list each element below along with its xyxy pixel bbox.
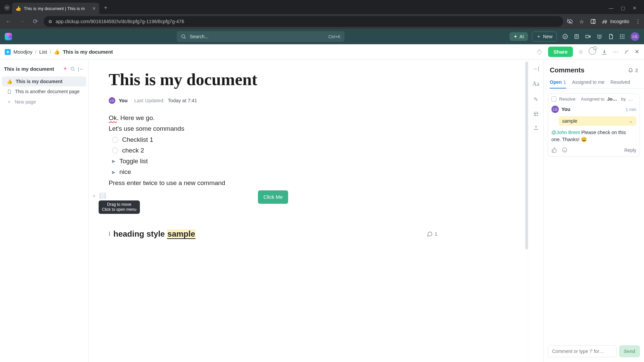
custom-button[interactable]: Click Me bbox=[258, 190, 288, 204]
doc-icon[interactable] bbox=[608, 34, 614, 40]
apps-grid-icon[interactable] bbox=[619, 34, 625, 40]
tab-search-icon[interactable] bbox=[4, 5, 10, 11]
tab-close-icon[interactable]: ✕ bbox=[92, 6, 96, 11]
new-button[interactable]: ＋ New bbox=[532, 32, 557, 42]
checkbox-icon[interactable] bbox=[112, 147, 118, 154]
sidebar-item-label: This is another document page bbox=[15, 89, 79, 94]
star-icon[interactable]: ☆ bbox=[578, 48, 583, 55]
svg-point-13 bbox=[620, 38, 621, 39]
window-minimize-icon[interactable]: — bbox=[609, 5, 613, 11]
browser-tab[interactable]: 👍 This is my document | This is m ✕ bbox=[12, 3, 99, 14]
url-text: app.clickup.com/9016164592/v/dc/8cpfg7g-… bbox=[56, 19, 184, 24]
site-settings-icon[interactable]: ⚙ bbox=[48, 19, 52, 24]
comments-notifications[interactable]: 2 bbox=[628, 67, 638, 73]
document-editor[interactable]: →| Aa ✎ This is my document LG You bbox=[89, 60, 543, 362]
templates-icon[interactable] bbox=[533, 111, 539, 117]
alarm-icon[interactable] bbox=[596, 34, 602, 40]
comment-author: You bbox=[561, 107, 570, 112]
ai-button[interactable]: ✦ AI bbox=[509, 32, 528, 41]
comment-input[interactable] bbox=[548, 345, 616, 357]
block-add-icon[interactable]: ＋ bbox=[91, 192, 97, 199]
typography-icon[interactable]: Aa bbox=[532, 80, 539, 87]
check-circle-icon[interactable] bbox=[562, 34, 568, 40]
checkbox-icon[interactable] bbox=[112, 137, 118, 143]
sidebar-collapse-icon[interactable]: |← bbox=[78, 66, 84, 72]
url-field[interactable]: ⚙ app.clickup.com/9016164592/v/dc/8cpfg7… bbox=[44, 16, 563, 27]
window-maximize-icon[interactable]: ▢ bbox=[621, 5, 625, 11]
expand-rail-icon[interactable]: →| bbox=[532, 66, 539, 72]
emoji-add-icon[interactable] bbox=[562, 147, 568, 153]
doc-right-rail: →| Aa ✎ bbox=[528, 60, 543, 362]
checklist-label: check 2 bbox=[122, 145, 144, 156]
global-search-input[interactable]: Search... Ctrl+K bbox=[177, 31, 344, 42]
tab-open[interactable]: Open1 bbox=[550, 79, 566, 88]
magic-wand-icon[interactable]: ✎ bbox=[534, 96, 538, 103]
doc-title[interactable]: This is my document bbox=[109, 70, 437, 89]
close-icon[interactable]: ✕ bbox=[635, 48, 639, 55]
block-drag-handle-icon[interactable]: ⋮⋮ bbox=[99, 192, 106, 199]
new-tab-button[interactable]: ＋ bbox=[103, 3, 109, 11]
share-out-icon[interactable] bbox=[533, 125, 539, 131]
comment-quote[interactable]: sample ⌄ bbox=[559, 116, 636, 126]
user-avatar[interactable]: LG bbox=[631, 32, 639, 41]
tab-resolved[interactable]: Resolved bbox=[610, 79, 630, 88]
video-icon[interactable] bbox=[585, 34, 591, 40]
resolve-checkbox[interactable] bbox=[551, 97, 556, 102]
sidebar-item-label: This is my document bbox=[16, 79, 62, 84]
more-icon[interactable]: ⋯ bbox=[613, 48, 619, 55]
svg-point-14 bbox=[622, 38, 623, 39]
workspace-icon[interactable]: ◈ bbox=[5, 49, 11, 55]
collapse-icon[interactable] bbox=[624, 49, 629, 55]
resolve-label[interactable]: Resolve bbox=[559, 97, 576, 102]
comment-card: Resolve Assigned to Jo… by … LG You 1 mi… bbox=[548, 94, 640, 157]
checklist-label: Checklist 1 bbox=[122, 134, 153, 145]
eye-off-icon[interactable] bbox=[567, 18, 573, 25]
sidebar-search-icon[interactable] bbox=[70, 66, 75, 71]
comments-tabs: Open1 Assigned to me Resolved bbox=[544, 75, 644, 89]
nav-reload-icon[interactable]: ⟳ bbox=[30, 18, 40, 25]
toggle-label: nice bbox=[119, 167, 131, 177]
toggle-item[interactable]: ▶ nice bbox=[109, 167, 437, 177]
extensions-icon[interactable] bbox=[590, 18, 596, 24]
svg-point-3 bbox=[563, 34, 568, 39]
ai-sparkle-icon[interactable]: ✦ bbox=[63, 66, 67, 72]
checklist-item[interactable]: Checklist 1 bbox=[109, 134, 437, 145]
chevron-down-icon[interactable]: ⌄ bbox=[629, 118, 633, 124]
reply-button[interactable]: Reply bbox=[624, 147, 636, 153]
toggle-item[interactable]: ▶ Toggle list bbox=[109, 156, 437, 167]
doc-sidebar: This is my document ✦ |← 👍 This is my do… bbox=[0, 60, 89, 362]
notepad-icon[interactable] bbox=[574, 34, 580, 40]
sidebar-new-page[interactable]: ＋ New page bbox=[2, 97, 86, 107]
tab-assigned[interactable]: Assigned to me bbox=[572, 79, 605, 88]
share-button[interactable]: Share bbox=[548, 47, 573, 57]
chevron-right-icon[interactable]: ▶ bbox=[112, 158, 115, 165]
nav-forward-icon[interactable]: → bbox=[17, 18, 27, 25]
paragraph[interactable]: Let's use some commands bbox=[109, 123, 437, 134]
breadcrumb-doc[interactable]: This is my document bbox=[63, 49, 113, 55]
tag-icon[interactable] bbox=[536, 49, 543, 55]
svg-point-19 bbox=[562, 148, 567, 152]
bookmark-star-icon[interactable]: ☆ bbox=[579, 18, 584, 25]
checklist-item[interactable]: check 2 bbox=[109, 145, 437, 156]
copies-icon[interactable]: 1 bbox=[589, 47, 596, 56]
paragraph[interactable]: Press enter twice to use a new command bbox=[109, 178, 437, 188]
download-icon[interactable] bbox=[601, 49, 607, 55]
app-logo-icon[interactable] bbox=[5, 33, 12, 40]
inline-comment-indicator[interactable]: 1 bbox=[427, 230, 437, 238]
thumbs-up-icon[interactable] bbox=[551, 147, 557, 153]
nav-back-icon[interactable]: ← bbox=[3, 18, 13, 25]
scrollbar[interactable] bbox=[525, 62, 528, 249]
browser-menu-icon[interactable]: ⋮ bbox=[635, 18, 641, 25]
heading-block[interactable]: I heading style sample 1 bbox=[109, 227, 437, 241]
sidebar-page-current[interactable]: 👍 This is my document bbox=[2, 76, 86, 86]
comments-title: Comments bbox=[550, 66, 584, 74]
breadcrumb-list[interactable]: List bbox=[39, 49, 47, 55]
svg-rect-1 bbox=[593, 19, 595, 23]
sidebar-page-other[interactable]: This is another document page bbox=[2, 86, 86, 97]
window-close-icon[interactable]: ✕ bbox=[633, 5, 637, 11]
paragraph[interactable]: Ok. Here we go. bbox=[109, 113, 437, 123]
breadcrumb-workspace[interactable]: Moodjoy bbox=[13, 49, 33, 55]
mention[interactable]: @John Brent bbox=[551, 130, 580, 135]
chevron-right-icon[interactable]: ▶ bbox=[112, 169, 115, 176]
send-button[interactable]: Send bbox=[619, 345, 640, 357]
